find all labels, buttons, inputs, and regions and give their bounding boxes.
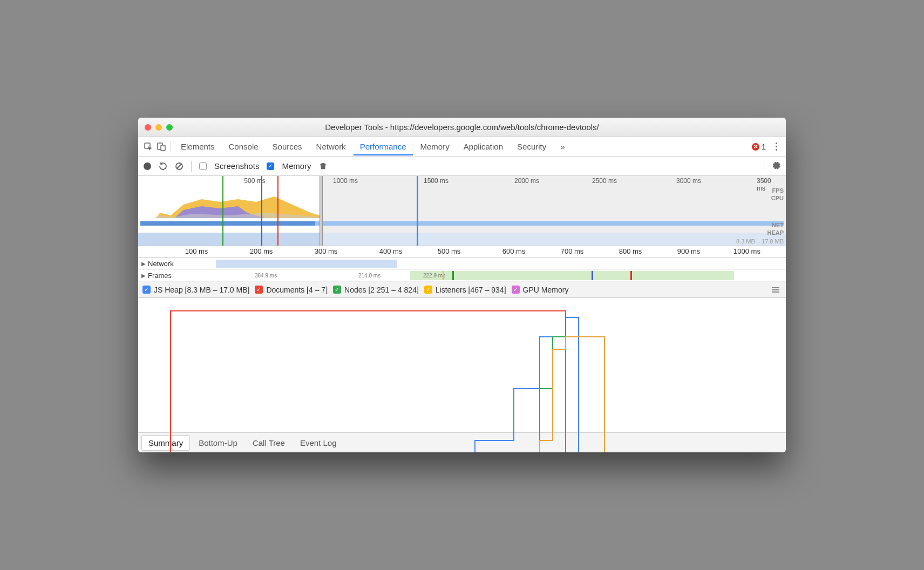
- error-count[interactable]: ✕ 1: [752, 142, 766, 151]
- kebab-menu-icon[interactable]: [771, 142, 782, 151]
- frames-track[interactable]: ▶ Frames 364.9 ms 214.0 ms 222.9 ms: [138, 270, 786, 282]
- cpu-flame: [138, 186, 320, 218]
- separator: [171, 141, 171, 152]
- detail-ruler[interactable]: 100 ms200 ms300 ms400 ms500 ms600 ms700 …: [138, 246, 786, 258]
- screenshots-label: Screenshots: [214, 161, 259, 171]
- overview-lane-labels: FPS CPU NET HEAP: [767, 187, 784, 236]
- main-tabs: Elements Console Sources Network Perform…: [138, 137, 786, 157]
- counter-listeners[interactable]: ✓Listeners [467 – 934]: [424, 286, 506, 294]
- tab-sources[interactable]: Sources: [266, 138, 309, 155]
- minimize-icon[interactable]: [155, 124, 162, 131]
- tab-memory[interactable]: Memory: [414, 138, 456, 155]
- frames-bg: [410, 271, 734, 280]
- close-icon[interactable]: [145, 124, 151, 131]
- tab-elements[interactable]: Elements: [174, 138, 221, 155]
- checkbox-icon: ✓: [255, 286, 263, 294]
- error-icon: ✕: [752, 143, 759, 151]
- cursor-line: [417, 176, 418, 246]
- memory-chart[interactable]: [138, 298, 786, 433]
- traffic-lights: [145, 124, 173, 131]
- settings-icon[interactable]: [772, 161, 780, 171]
- separator: [764, 161, 764, 172]
- svg-rect-2: [161, 145, 165, 151]
- record-button[interactable]: [144, 162, 151, 170]
- overview-ticks: 500 ms1000 ms1500 ms2000 ms2500 ms3000 m…: [138, 177, 786, 186]
- trash-icon[interactable]: [319, 162, 327, 170]
- checkbox-icon: ✓: [142, 286, 151, 294]
- network-track[interactable]: ▶ Network: [138, 258, 786, 270]
- window-title: Developer Tools - https://developers.goo…: [145, 123, 779, 132]
- tab-console[interactable]: Console: [222, 138, 265, 155]
- tab-performance[interactable]: Performance: [354, 138, 413, 155]
- counter-documents[interactable]: ✓Documents [4 – 7]: [255, 286, 328, 294]
- checkbox-icon: ✓: [333, 286, 341, 294]
- checkbox-icon: ✓: [512, 286, 520, 294]
- counter-jsheap[interactable]: ✓JS Heap [8.3 MB – 17.0 MB]: [142, 286, 249, 294]
- reload-button[interactable]: [159, 162, 167, 171]
- heap-range-label: 8.3 MB – 17.0 MB: [736, 238, 784, 245]
- range-handle[interactable]: [320, 176, 323, 246]
- tab-overflow[interactable]: »: [554, 138, 571, 155]
- device-icon[interactable]: [155, 141, 167, 153]
- screenshots-checkbox[interactable]: [199, 162, 207, 170]
- counter-nodes[interactable]: ✓Nodes [2 251 – 4 824]: [333, 286, 419, 294]
- zoom-icon[interactable]: [166, 124, 173, 131]
- overview-timeline[interactable]: 500 ms1000 ms1500 ms2000 ms2500 ms3000 m…: [138, 176, 786, 246]
- checkbox-icon: ✓: [424, 286, 432, 294]
- hamburger-icon[interactable]: [770, 285, 782, 295]
- heap-fill-selected: [138, 233, 320, 246]
- counter-legend: ✓JS Heap [8.3 MB – 17.0 MB] ✓Documents […: [138, 282, 786, 298]
- devtools-window: Developer Tools - https://developers.goo…: [138, 118, 786, 452]
- memory-label: Memory: [282, 161, 311, 171]
- separator: [191, 161, 192, 172]
- expand-icon[interactable]: ▶: [141, 261, 146, 267]
- memory-checkbox[interactable]: ✓: [267, 162, 274, 170]
- tab-security[interactable]: Security: [511, 138, 553, 155]
- net-bar-active: [140, 221, 315, 226]
- clear-button[interactable]: [175, 162, 184, 171]
- marker-blue: [261, 176, 262, 246]
- inspect-icon[interactable]: [142, 141, 154, 153]
- error-number: 1: [762, 142, 766, 151]
- marker-green: [222, 176, 223, 246]
- tab-application[interactable]: Application: [457, 138, 509, 155]
- marker-red: [277, 176, 278, 246]
- tab-network[interactable]: Network: [310, 138, 352, 155]
- perf-toolbar: Screenshots ✓ Memory: [138, 157, 786, 176]
- expand-icon[interactable]: ▶: [141, 273, 146, 279]
- counter-gpu[interactable]: ✓GPU Memory: [512, 286, 569, 294]
- titlebar: Developer Tools - https://developers.goo…: [138, 118, 786, 137]
